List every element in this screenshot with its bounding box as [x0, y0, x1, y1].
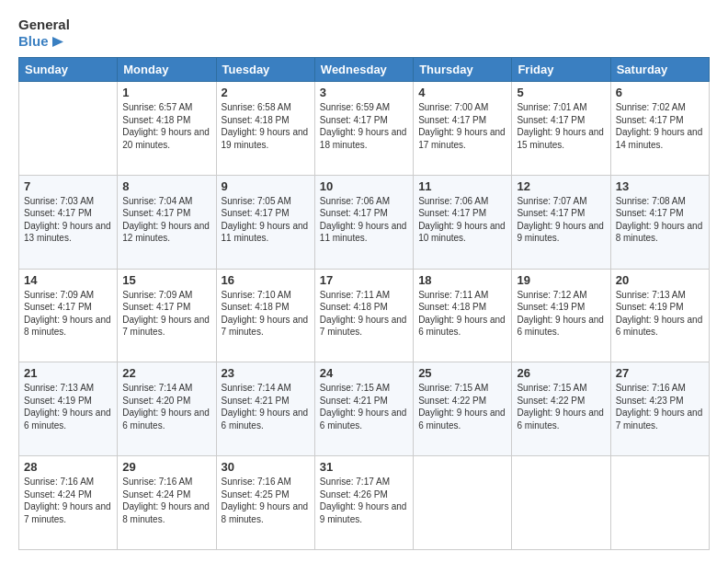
sunset-text: Sunset: 4:21 PM [222, 396, 290, 406]
daylight-text: Daylight: 9 hours and 11 minutes. [222, 221, 309, 244]
sunrise-text: Sunrise: 7:07 AM [517, 196, 586, 206]
calendar-cell: 30 Sunrise: 7:16 AM Sunset: 4:25 PM Dayl… [216, 456, 314, 550]
daylight-text: Daylight: 9 hours and 6 minutes. [24, 408, 111, 431]
day-info: Sunrise: 7:13 AM Sunset: 4:19 PM Dayligh… [24, 382, 112, 431]
day-info: Sunrise: 7:14 AM Sunset: 4:21 PM Dayligh… [222, 382, 310, 431]
day-info: Sunrise: 7:06 AM Sunset: 4:17 PM Dayligh… [418, 195, 506, 245]
calendar-week-row: 1 Sunrise: 6:57 AM Sunset: 4:18 PM Dayli… [19, 82, 710, 176]
sunrise-text: Sunrise: 6:57 AM [122, 102, 192, 112]
calendar-cell: 22 Sunrise: 7:14 AM Sunset: 4:20 PM Dayl… [118, 362, 216, 456]
sunrise-text: Sunrise: 7:00 AM [418, 102, 488, 112]
day-number: 23 [222, 366, 310, 380]
daylight-text: Daylight: 9 hours and 6 minutes. [418, 408, 506, 431]
day-info: Sunrise: 7:14 AM Sunset: 4:20 PM Dayligh… [122, 382, 210, 431]
calendar-cell: 9 Sunrise: 7:05 AM Sunset: 4:17 PM Dayli… [216, 175, 314, 269]
sunrise-text: Sunrise: 7:16 AM [122, 477, 192, 487]
logo-line2: Blue [18, 33, 63, 50]
sunset-text: Sunset: 4:24 PM [122, 489, 190, 500]
calendar-cell: 3 Sunrise: 6:59 AM Sunset: 4:17 PM Dayli… [314, 82, 413, 176]
sunset-text: Sunset: 4:17 PM [320, 208, 388, 218]
day-info: Sunrise: 7:09 AM Sunset: 4:17 PM Dayligh… [122, 289, 210, 339]
daylight-text: Daylight: 9 hours and 12 minutes. [122, 221, 210, 244]
calendar-cell: 27 Sunrise: 7:16 AM Sunset: 4:23 PM Dayl… [610, 362, 709, 456]
day-info: Sunrise: 7:13 AM Sunset: 4:19 PM Dayligh… [616, 289, 704, 339]
calendar-cell: 2 Sunrise: 6:58 AM Sunset: 4:18 PM Dayli… [216, 82, 314, 176]
day-number: 14 [24, 273, 112, 287]
sunset-text: Sunset: 4:17 PM [418, 115, 486, 125]
daylight-text: Daylight: 9 hours and 9 minutes. [517, 221, 604, 244]
sunset-text: Sunset: 4:18 PM [320, 302, 388, 312]
sunset-text: Sunset: 4:17 PM [517, 115, 585, 125]
calendar-cell: 21 Sunrise: 7:13 AM Sunset: 4:19 PM Dayl… [19, 362, 118, 456]
daylight-text: Daylight: 9 hours and 7 minutes. [320, 315, 407, 338]
day-info: Sunrise: 7:15 AM Sunset: 4:21 PM Dayligh… [320, 382, 408, 431]
sunset-text: Sunset: 4:18 PM [122, 115, 190, 125]
calendar-cell: 5 Sunrise: 7:01 AM Sunset: 4:17 PM Dayli… [512, 82, 610, 176]
sunrise-text: Sunrise: 7:11 AM [418, 290, 488, 300]
calendar-cell: 23 Sunrise: 7:14 AM Sunset: 4:21 PM Dayl… [216, 362, 314, 456]
day-number: 30 [222, 460, 310, 474]
daylight-text: Daylight: 9 hours and 7 minutes. [24, 501, 111, 524]
sunrise-text: Sunrise: 7:14 AM [122, 383, 192, 393]
day-number: 4 [418, 86, 506, 99]
daylight-text: Daylight: 9 hours and 14 minutes. [616, 127, 703, 150]
daylight-text: Daylight: 9 hours and 8 minutes. [222, 501, 309, 524]
sunset-text: Sunset: 4:22 PM [517, 396, 585, 406]
calendar-cell: 15 Sunrise: 7:09 AM Sunset: 4:17 PM Dayl… [118, 269, 216, 362]
daylight-text: Daylight: 9 hours and 15 minutes. [517, 127, 604, 150]
day-info: Sunrise: 7:06 AM Sunset: 4:17 PM Dayligh… [320, 195, 408, 245]
day-number: 31 [320, 460, 408, 474]
sunset-text: Sunset: 4:19 PM [616, 302, 684, 312]
daylight-text: Daylight: 9 hours and 13 minutes. [24, 221, 111, 244]
day-number: 3 [320, 86, 408, 99]
day-number: 2 [222, 86, 310, 99]
sunrise-text: Sunrise: 7:10 AM [222, 290, 291, 300]
calendar-cell [512, 456, 610, 550]
day-number: 19 [517, 273, 605, 287]
daylight-text: Daylight: 9 hours and 7 minutes. [122, 315, 210, 338]
daylight-text: Daylight: 9 hours and 6 minutes. [517, 315, 604, 338]
sunrise-text: Sunrise: 7:17 AM [320, 477, 390, 487]
calendar-table: SundayMondayTuesdayWednesdayThursdayFrid… [18, 57, 710, 550]
calendar-header-row: SundayMondayTuesdayWednesdayThursdayFrid… [19, 58, 710, 82]
calendar-cell: 29 Sunrise: 7:16 AM Sunset: 4:24 PM Dayl… [118, 456, 216, 550]
daylight-text: Daylight: 9 hours and 6 minutes. [320, 408, 407, 431]
svg-marker-0 [52, 37, 63, 47]
day-info: Sunrise: 6:59 AM Sunset: 4:17 PM Dayligh… [320, 101, 408, 151]
calendar-header-friday: Friday [512, 58, 610, 82]
logo-triangle-icon [51, 37, 63, 47]
day-number: 7 [24, 179, 112, 193]
day-number: 16 [222, 273, 310, 287]
sunrise-text: Sunrise: 7:15 AM [320, 383, 390, 393]
logo: General Blue [18, 17, 70, 50]
calendar-header-sunday: Sunday [19, 58, 118, 82]
day-info: Sunrise: 7:10 AM Sunset: 4:18 PM Dayligh… [222, 289, 310, 339]
sunrise-text: Sunrise: 7:13 AM [616, 290, 686, 300]
sunrise-text: Sunrise: 7:16 AM [222, 477, 291, 487]
daylight-text: Daylight: 9 hours and 20 minutes. [122, 127, 210, 150]
day-number: 11 [418, 179, 506, 193]
calendar-cell: 17 Sunrise: 7:11 AM Sunset: 4:18 PM Dayl… [314, 269, 413, 362]
calendar-cell: 18 Sunrise: 7:11 AM Sunset: 4:18 PM Dayl… [414, 269, 512, 362]
day-info: Sunrise: 7:15 AM Sunset: 4:22 PM Dayligh… [517, 382, 605, 431]
calendar-cell: 13 Sunrise: 7:08 AM Sunset: 4:17 PM Dayl… [610, 175, 709, 269]
daylight-text: Daylight: 9 hours and 19 minutes. [222, 127, 309, 150]
day-info: Sunrise: 7:16 AM Sunset: 4:24 PM Dayligh… [122, 476, 210, 525]
daylight-text: Daylight: 9 hours and 11 minutes. [320, 221, 407, 244]
daylight-text: Daylight: 9 hours and 18 minutes. [320, 127, 407, 150]
calendar-cell: 25 Sunrise: 7:15 AM Sunset: 4:22 PM Dayl… [414, 362, 512, 456]
sunset-text: Sunset: 4:17 PM [418, 208, 486, 218]
calendar-cell: 16 Sunrise: 7:10 AM Sunset: 4:18 PM Dayl… [216, 269, 314, 362]
sunset-text: Sunset: 4:17 PM [616, 115, 684, 125]
day-info: Sunrise: 6:57 AM Sunset: 4:18 PM Dayligh… [122, 101, 210, 151]
day-info: Sunrise: 7:11 AM Sunset: 4:18 PM Dayligh… [418, 289, 506, 339]
day-number: 24 [320, 366, 408, 380]
sunset-text: Sunset: 4:18 PM [418, 302, 486, 312]
sunrise-text: Sunrise: 7:02 AM [616, 102, 686, 112]
sunrise-text: Sunrise: 6:58 AM [222, 102, 291, 112]
calendar-cell: 7 Sunrise: 7:03 AM Sunset: 4:17 PM Dayli… [19, 175, 118, 269]
sunrise-text: Sunrise: 7:03 AM [24, 196, 94, 206]
daylight-text: Daylight: 9 hours and 17 minutes. [418, 127, 506, 150]
sunrise-text: Sunrise: 7:12 AM [517, 290, 586, 300]
day-info: Sunrise: 7:03 AM Sunset: 4:17 PM Dayligh… [24, 195, 112, 245]
